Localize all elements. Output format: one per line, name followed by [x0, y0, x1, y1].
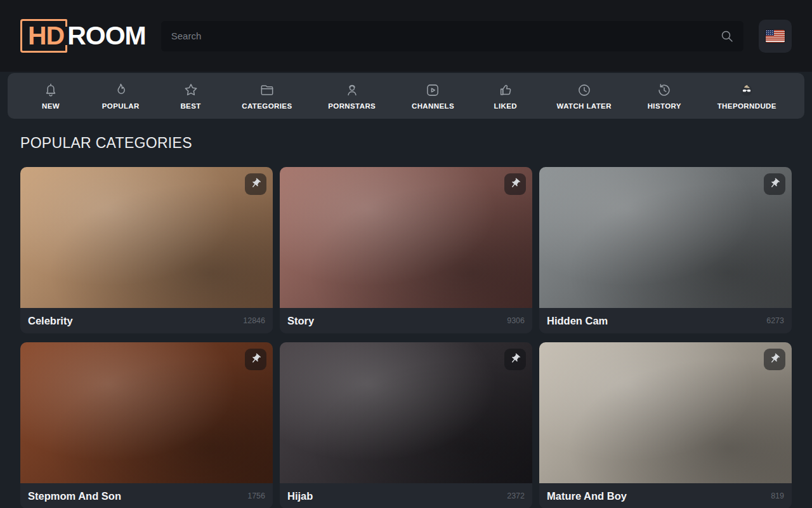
nav-item-categories[interactable]: CATEGORIES — [242, 82, 292, 110]
category-thumbnail[interactable] — [20, 342, 273, 483]
category-title: Hidden Cam — [547, 315, 608, 327]
pushpin-icon — [509, 353, 521, 366]
nav-item-label: CHANNELS — [412, 102, 454, 110]
nav-item-label: PORNSTARS — [328, 102, 376, 110]
us-flag-icon — [766, 30, 785, 43]
category-card-footer: Mature And Boy 819 — [539, 483, 792, 508]
logo-hd-text: HD — [28, 21, 64, 50]
category-thumbnail[interactable] — [20, 167, 273, 308]
pin-button[interactable] — [245, 173, 266, 195]
category-card[interactable]: Hidden Cam 6273 — [539, 167, 792, 333]
category-card[interactable]: Hijab 2372 — [280, 342, 532, 508]
pushpin-icon — [509, 178, 521, 191]
search-icon — [719, 36, 735, 46]
page-title: POPULAR CATEGORIES — [20, 135, 792, 152]
nav-item-best[interactable]: BEST — [176, 82, 206, 110]
nav-item-new[interactable]: NEW — [36, 82, 66, 110]
pin-button[interactable] — [504, 173, 526, 195]
category-card-footer: Stepmom And Son 1756 — [20, 483, 273, 508]
clock-icon — [576, 82, 593, 98]
thumbs-up-icon — [497, 82, 514, 98]
bell-icon — [43, 82, 59, 98]
nav-item-liked[interactable]: LIKED — [490, 82, 521, 110]
main-content: POPULAR CATEGORIES Celebrity 12846 — [0, 135, 812, 508]
nav-item-label: POPULAR — [102, 102, 140, 110]
nav-item-pornstars[interactable]: PORNSTARS — [328, 82, 376, 110]
category-grid: Celebrity 12846 Story 9306 — [20, 167, 792, 508]
category-title: Celebrity — [28, 315, 73, 327]
site-logo[interactable]: HD ROOM — [20, 19, 146, 53]
category-thumbnail[interactable] — [280, 342, 532, 483]
nav-item-label: BEST — [180, 102, 200, 110]
nav-item-label: WATCH LATER — [557, 102, 612, 110]
pushpin-icon — [250, 178, 261, 191]
category-title: Story — [287, 315, 314, 327]
search-input[interactable] — [161, 21, 743, 51]
language-button[interactable] — [759, 20, 792, 53]
star-icon — [183, 82, 199, 98]
nav-item-channels[interactable]: CHANNELS — [412, 82, 454, 110]
category-thumbnail[interactable] — [539, 167, 792, 308]
category-card[interactable]: Story 9306 — [280, 167, 532, 333]
flame-icon — [112, 82, 129, 98]
category-card-footer: Story 9306 — [280, 308, 532, 333]
pushpin-icon — [250, 353, 261, 366]
category-count: 9306 — [507, 316, 525, 325]
pin-button[interactable] — [764, 173, 785, 195]
category-card[interactable]: Mature And Boy 819 — [539, 342, 792, 508]
search-bar — [161, 21, 743, 51]
header: HD ROOM — [0, 0, 812, 72]
category-title: Mature And Boy — [547, 490, 627, 502]
nav-bar: NEW POPULAR BEST CATEGORIES PORNSTARS CH… — [8, 73, 804, 119]
category-card-footer: Hidden Cam 6273 — [539, 308, 792, 333]
category-title: Hijab — [287, 490, 313, 502]
person-icon — [344, 82, 360, 98]
pin-button[interactable] — [504, 349, 526, 370]
category-count: 12846 — [243, 316, 265, 325]
category-thumbnail[interactable] — [539, 342, 792, 483]
history-icon — [656, 82, 672, 98]
pushpin-icon — [769, 178, 780, 191]
nav-item-label: THEPORNDUDE — [717, 102, 776, 110]
nav-item-history[interactable]: HISTORY — [648, 82, 681, 110]
category-card-footer: Hijab 2372 — [280, 483, 532, 508]
nav-item-label: NEW — [42, 102, 60, 110]
category-count: 2372 — [507, 491, 525, 500]
pin-button[interactable] — [245, 349, 266, 370]
pin-button[interactable] — [764, 349, 785, 370]
category-thumbnail[interactable] — [280, 167, 532, 308]
nav-item-label: CATEGORIES — [242, 102, 292, 110]
logo-room-text: ROOM — [67, 23, 146, 49]
nav-item-label: LIKED — [494, 102, 518, 110]
play-icon — [424, 82, 441, 98]
logo-frame: HD — [20, 19, 65, 53]
nav-item-label: HISTORY — [648, 102, 681, 110]
category-card[interactable]: Celebrity 12846 — [20, 167, 273, 333]
category-card[interactable]: Stepmom And Son 1756 — [20, 342, 273, 508]
search-button[interactable] — [717, 26, 737, 46]
folder-icon — [259, 82, 275, 98]
category-count: 819 — [771, 491, 784, 500]
nav-item-watch-later[interactable]: WATCH LATER — [557, 82, 612, 110]
pushpin-icon — [769, 353, 780, 366]
category-card-footer: Celebrity 12846 — [20, 308, 273, 333]
category-title: Stepmom And Son — [28, 490, 121, 502]
theporndude-icon — [739, 82, 754, 98]
category-count: 1756 — [247, 491, 265, 500]
nav-item-theporndude[interactable]: THEPORNDUDE — [717, 82, 776, 110]
category-count: 6273 — [766, 316, 784, 325]
nav-item-popular[interactable]: POPULAR — [102, 82, 140, 110]
